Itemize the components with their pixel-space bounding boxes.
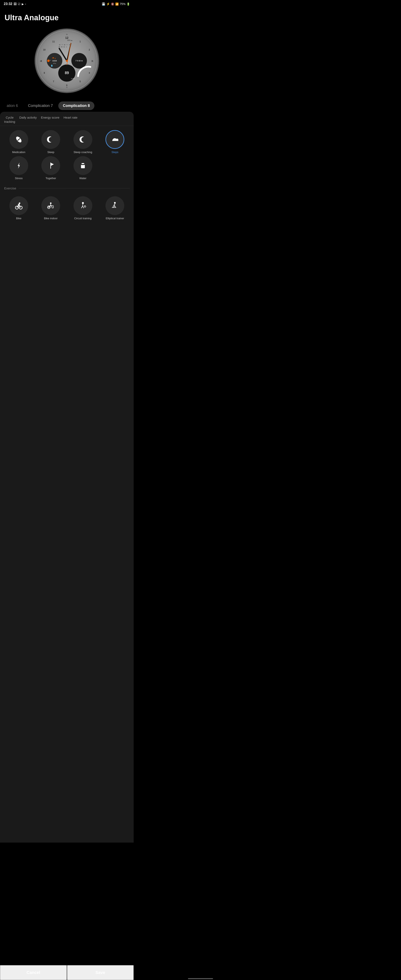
shoe-icon [110,135,119,144]
svg-text:1024: 1024 [52,59,57,62]
svg-text:💧: 💧 [51,64,53,67]
photo-icon: 🖼 [14,2,16,6]
svg-text:3,457: 3,457 [71,78,75,80]
medication-icon-circle [10,130,28,149]
tab-complication7[interactable]: Complication 7 [23,102,57,110]
category-cycle[interactable]: Cycletracking [4,116,15,124]
list-item[interactable]: Steps [100,130,130,154]
svg-text:30: 30 [61,46,63,48]
svg-text:10: 10 [43,48,46,51]
svg-point-53 [18,207,19,208]
svg-text:29: 29 [59,46,60,48]
battery-icon: 🔋 [127,3,130,6]
svg-text:2: 2 [89,48,90,51]
svg-text:3: 3 [91,60,93,62]
together-icon-circle [41,156,60,175]
flag-icon [46,161,55,170]
elliptical-label: Elliptical trainer [106,217,124,220]
sleep-coaching-icon-circle [73,130,92,149]
bike-indoor-icon [46,201,55,210]
bottom-actions: Cancel Save [0,965,134,980]
svg-text:7: 7 [53,80,54,83]
svg-text:T: T [62,44,63,46]
medication-label: Medication [12,151,25,154]
cancel-button[interactable]: Cancel [0,965,67,980]
moon-coaching-icon [78,135,88,144]
svg-point-60 [82,202,84,204]
svg-rect-57 [52,206,54,208]
svg-text:30%▲: 30%▲ [67,39,73,41]
list-item[interactable]: Sleep coaching [67,130,99,154]
cup-icon [78,161,88,170]
bike-label: Bike [16,217,21,220]
grid-section: Medication Sleep Sleep coaching [0,126,134,182]
elliptical-icon-circle [105,196,124,215]
list-item[interactable]: Together [35,156,67,180]
circuit-icon [78,201,88,210]
pill-icon [14,135,23,144]
svg-point-62 [114,202,116,204]
list-item[interactable]: Medication [3,130,34,154]
battery-display: 75% [120,2,126,6]
svg-point-59 [50,202,52,204]
list-item[interactable]: Water [67,156,99,180]
steps-icon-circle [105,130,124,149]
mute-icon: 🔇 [111,3,114,6]
list-item[interactable]: Bike indoor [35,196,67,220]
water-label: Water [80,177,86,180]
svg-text:⬆: ⬆ [54,57,56,59]
sd-icon: 💾 [102,2,105,6]
status-bar: 23:32 🖼 ☑ ▶ ● 💾 ⚡ 🔇 📶 75% 🔋 [0,0,134,7]
svg-point-43 [66,60,68,62]
svg-text:1: 1 [80,40,81,43]
category-daily[interactable]: Daily activity [19,116,37,124]
svg-text:8: 8 [44,72,45,74]
svg-text:5: 5 [80,80,81,83]
stress-icon-circle [10,156,28,175]
svg-text:T: T [67,44,68,46]
sleep-label: Sleep [48,151,54,154]
category-scroll: Cycletracking Daily activity Energy scor… [0,112,134,126]
svg-text:11: 11 [52,40,55,43]
bike-indoor-label: Bike indoor [44,217,58,220]
svg-text:W: W [64,44,65,46]
category-energy[interactable]: Energy score [41,116,59,124]
elliptical-icon [110,201,119,210]
svg-point-39 [47,59,50,62]
together-label: Together [46,177,56,180]
watch-face: N S E W 12 M T W T F 29 30 31 1 1 2 3 4 … [35,29,99,93]
list-item[interactable]: Bike [3,196,34,220]
svg-text:S: S [66,86,68,88]
exercise-grid-section: Bike Bike ind [0,192,134,223]
bike-icon [14,201,23,210]
tab-complication6[interactable]: ation 6 [2,102,22,110]
complication-grid: Medication Sleep Sleep coaching [3,130,130,180]
tab-complication8[interactable]: Complication 8 [58,102,94,110]
svg-text:M: M [59,44,60,46]
watch-container: N S E W 12 M T W T F 29 30 31 1 1 2 3 4 … [0,26,134,102]
svg-text:☁: ☁ [52,56,54,59]
save-button[interactable]: Save [67,965,134,980]
bike-indoor-icon-circle [41,196,60,215]
page-title: Ultra Analogue [0,7,134,26]
list-item[interactable]: Elliptical trainer [100,196,130,220]
svg-rect-47 [50,162,51,169]
sleep-coaching-label: Sleep coaching [73,151,92,154]
circuit-icon-circle [73,196,92,215]
svg-text:hPa: hPa [53,62,56,64]
svg-text:6: 6 [66,84,67,86]
category-heart[interactable]: Heart rate [64,116,78,124]
circuit-label: Circuit training [74,217,91,220]
status-right: 💾 ⚡ 🔇 📶 75% 🔋 [102,2,130,6]
signal-icon: 📶 [115,3,119,6]
list-item[interactable]: Circuit training [67,196,99,220]
svg-text:1: 1 [66,46,67,48]
svg-text:31: 31 [63,46,65,48]
svg-rect-50 [81,163,84,164]
bolt-icon [14,161,23,170]
svg-text:12: 12 [65,37,68,40]
list-item[interactable]: Sleep [35,130,67,154]
list-item[interactable]: Stress [3,156,34,180]
steps-label: Steps [111,151,118,154]
time-display: 23:32 [4,2,12,6]
